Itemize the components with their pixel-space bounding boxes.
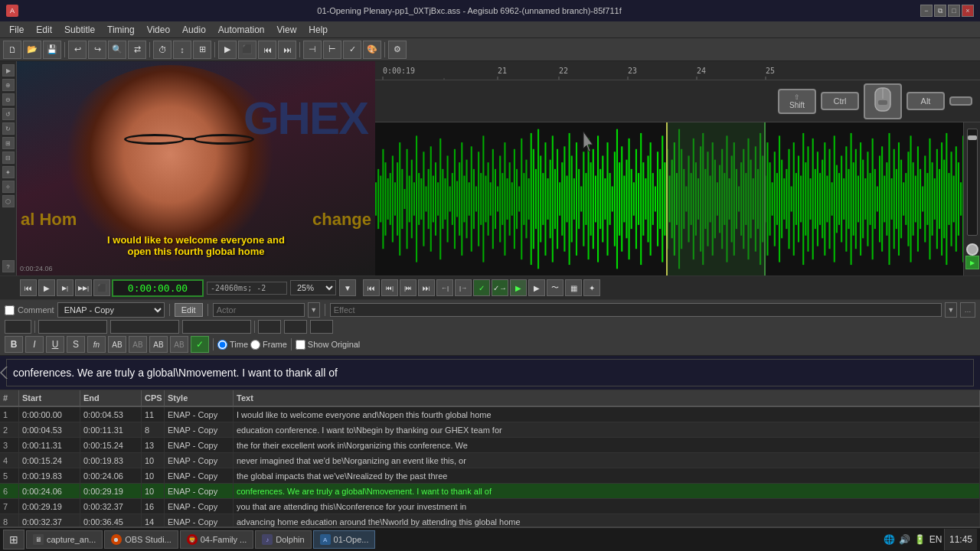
format-color1[interactable]: AB <box>108 336 126 353</box>
end-time-input[interactable]: 0:00:29.19 <box>110 320 179 334</box>
audio-next[interactable]: ⏭ <box>418 279 435 296</box>
duration-input[interactable]: 0:00:05.13 <box>182 320 251 334</box>
subtitle-row-1[interactable]: 1 0:00:00.00 0:00:04.53 11 ENAP - Copy I… <box>0 407 980 422</box>
toolbar-save[interactable]: 💾 <box>43 41 61 59</box>
menu-timing[interactable]: Timing <box>101 23 141 37</box>
audio-waveform[interactable]: 〜 <box>547 279 564 296</box>
audio-next-commit[interactable]: ✓→ <box>492 279 508 296</box>
format-strikethrough[interactable]: S <box>67 336 85 353</box>
transport-play-next[interactable]: ▶▶| <box>75 279 92 296</box>
actor-dropdown[interactable]: ▼ <box>308 302 320 318</box>
close-button[interactable]: × <box>962 5 974 17</box>
format-color4[interactable]: AB <box>170 336 188 353</box>
toolbar-sub-start[interactable]: ⊣ <box>303 41 322 59</box>
subtitle-row-5[interactable]: 5 0:00:19.83 0:00:24.06 10 ENAP - Copy t… <box>0 468 980 484</box>
comment-checkbox[interactable] <box>5 305 15 315</box>
menu-edit[interactable]: Edit <box>30 23 58 37</box>
style-select[interactable]: ENAP - Copy <box>57 302 165 318</box>
systray-input[interactable]: EN <box>929 533 942 546</box>
effect-extra[interactable]: … <box>960 302 975 318</box>
col-header-style[interactable]: Style <box>165 390 234 406</box>
systray-network[interactable]: 🌐 <box>883 533 897 546</box>
side-btn-9[interactable]: ✧ <box>2 181 15 193</box>
toolbar-undo[interactable]: ↩ <box>68 41 87 59</box>
margin-l-input[interactable]: 0 <box>258 320 281 334</box>
menu-view[interactable]: View <box>271 23 303 37</box>
format-bold[interactable]: B <box>5 336 23 353</box>
side-btn-6[interactable]: ⊞ <box>2 137 15 149</box>
volume-slider-thumb[interactable] <box>968 135 977 140</box>
actor-input[interactable] <box>213 303 305 317</box>
audio-next-line[interactable]: |⏭ <box>400 279 416 296</box>
toolbar-spellcheck[interactable]: ✓ <box>343 41 361 59</box>
restore-button[interactable]: ⧉ <box>934 5 946 17</box>
toolbar-join[interactable]: ⊞ <box>193 41 211 59</box>
maximize-button[interactable]: □ <box>948 5 960 17</box>
edit-button[interactable]: Edit <box>175 303 203 317</box>
side-btn-2[interactable]: ⊕ <box>2 79 15 91</box>
side-btn-5[interactable]: ↻ <box>2 122 15 135</box>
col-header-end[interactable]: End <box>80 390 142 406</box>
toolbar-find[interactable]: 🔍 <box>108 41 126 59</box>
radio-time[interactable] <box>217 340 227 350</box>
transport-play-subtitle[interactable]: ▶| <box>57 279 74 296</box>
subtitle-row-4[interactable]: 4 0:00:15.24 0:00:19.83 10 ENAP - Copy n… <box>0 453 980 468</box>
radio-time-label[interactable]: Time <box>230 340 248 349</box>
audio-commit[interactable]: ✓ <box>473 279 490 296</box>
toolbar-shift-times[interactable]: ⏱ <box>153 41 172 59</box>
show-original-checkbox[interactable] <box>296 340 305 350</box>
col-header-start[interactable]: Start <box>19 390 80 406</box>
audio-prev[interactable]: ⏮ <box>363 279 380 296</box>
effect-dropdown[interactable]: ▼ <box>945 302 957 318</box>
toolbar-video-play[interactable]: ▶ <box>218 41 237 59</box>
side-btn-7[interactable]: ⊟ <box>2 152 15 164</box>
layer-input[interactable]: 0 <box>5 320 31 334</box>
radio-frame-label[interactable]: Frame <box>263 340 287 349</box>
text-edit-field[interactable]: conferences. We are truly a global\Nmove… <box>6 359 974 386</box>
subtitle-row-8[interactable]: 8 0:00:32.37 0:00:36.45 14 ENAP - Copy a… <box>0 514 980 527</box>
side-btn-8[interactable]: ✦ <box>2 166 15 178</box>
menu-video[interactable]: Video <box>141 23 176 37</box>
format-color2[interactable]: AB <box>129 336 147 353</box>
menu-audio[interactable]: Audio <box>176 23 212 37</box>
audio-prev-line[interactable]: ⏮| <box>381 279 398 296</box>
subtitle-row-2[interactable]: 2 0:00:04.53 0:00:11.31 8 ENAP - Copy ed… <box>0 422 980 438</box>
transport-stop[interactable]: ⬛ <box>93 279 110 296</box>
col-header-text[interactable]: Text <box>234 390 980 406</box>
show-original-label[interactable]: Show Original <box>308 340 360 349</box>
cursor-left-arrow[interactable] <box>0 356 11 390</box>
audio-spectrum[interactable]: ▦ <box>565 279 582 296</box>
audio-extra[interactable]: ✦ <box>583 279 600 296</box>
toolbar-new[interactable]: 🗋 <box>3 41 21 59</box>
audio-next-word[interactable]: |→ <box>455 279 472 296</box>
subtitle-row-7[interactable]: 7 0:00:29.19 0:00:32.37 16 ENAP - Copy y… <box>0 499 980 514</box>
volume-knob[interactable] <box>966 243 978 256</box>
transport-play[interactable]: ▶ <box>38 279 55 296</box>
audio-prev-word[interactable]: ←| <box>436 279 453 296</box>
menu-automation[interactable]: Automation <box>212 23 271 37</box>
side-btn-1[interactable]: ▶ <box>2 64 15 77</box>
toolbar-video-stop[interactable]: ⬛ <box>238 41 256 59</box>
col-header-cps[interactable]: CPS <box>142 390 165 406</box>
taskbar-capture[interactable]: 🖥 capture_an... <box>26 530 103 549</box>
side-btn-help[interactable]: ? <box>2 260 15 272</box>
transport-rewind[interactable]: ⏮ <box>20 279 37 296</box>
format-font[interactable]: fn <box>87 336 106 353</box>
systray-battery[interactable]: 🔋 <box>913 533 927 546</box>
format-underline[interactable]: U <box>46 336 64 353</box>
format-color3[interactable]: AB <box>149 336 168 353</box>
side-btn-3[interactable]: ⊖ <box>2 93 15 106</box>
effect-input[interactable] <box>330 303 942 317</box>
waveform-display[interactable] <box>375 122 980 276</box>
toolbar-style-manager[interactable]: 🎨 <box>363 41 381 59</box>
side-btn-4[interactable]: ↺ <box>2 108 15 120</box>
col-header-num[interactable]: # <box>0 390 19 406</box>
zoom-dropdown[interactable]: ▼ <box>339 279 356 296</box>
radio-frame[interactable] <box>250 340 260 350</box>
taskbar-dolphin[interactable]: ♪ Dolphin <box>255 530 311 549</box>
toolbar-sort[interactable]: ↕ <box>173 41 191 59</box>
toolbar-sub-end[interactable]: ⊢ <box>323 41 341 59</box>
margin-r-input[interactable]: 0 <box>284 320 307 334</box>
toolbar-video-prev[interactable]: ⏮ <box>258 41 276 59</box>
minimize-button[interactable]: − <box>920 5 933 17</box>
